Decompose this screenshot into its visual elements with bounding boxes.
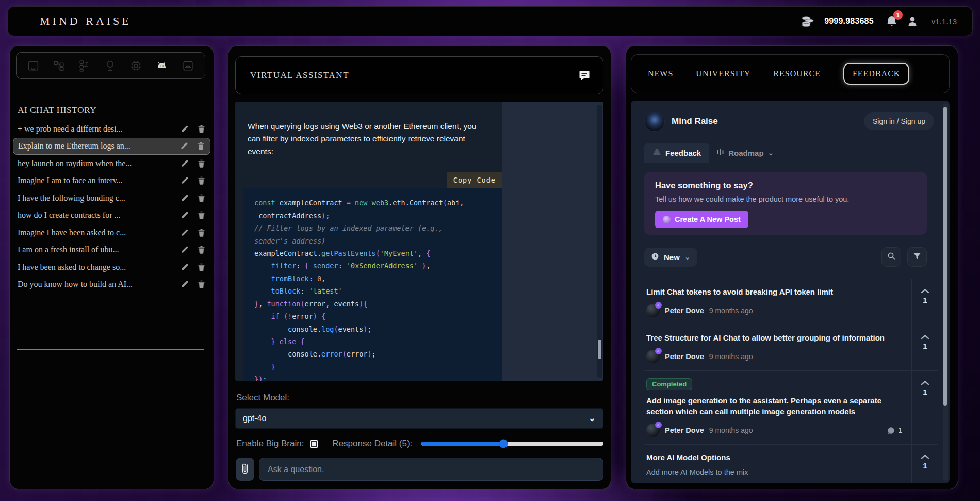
tab-resource[interactable]: RESOURCE	[773, 67, 821, 80]
section-tabs: NEWS UNIVERSITY RESOURCE FEEDBACK	[631, 54, 950, 93]
chat-history-label: Imagine I have been asked to c...	[18, 228, 172, 237]
chat-history-item[interactable]: Do you know how to build an AI...	[13, 276, 210, 294]
big-brain-checkbox[interactable]	[310, 440, 318, 448]
chat-history-item[interactable]: Explain to me Ethereum logs an...	[13, 138, 210, 155]
delete-chat-icon[interactable]	[198, 194, 205, 202]
edit-chat-icon[interactable]	[181, 229, 189, 237]
sort-new-dropdown[interactable]: New ⌄	[644, 248, 697, 267]
feedback-scrollbar-thumb[interactable]	[943, 107, 947, 405]
tab-roadmap[interactable]: Roadmap ⌄	[709, 143, 781, 163]
post-title: Add image generation to the assistant. P…	[646, 395, 902, 418]
code-line: const exampleContract = new web3.eth.Con…	[254, 197, 495, 209]
chat-history-label: I have the following bonding c...	[18, 193, 172, 203]
flowchart-icon[interactable]	[77, 58, 92, 73]
upvote-button[interactable]: 1	[911, 279, 938, 325]
upvote-button[interactable]: 1	[911, 371, 938, 445]
delete-chat-icon[interactable]	[198, 280, 205, 288]
code-line: filter: { sender: '0xSenderAddress' },	[254, 260, 495, 272]
delete-chat-icon[interactable]	[198, 229, 205, 237]
code-line: }	[254, 361, 495, 373]
chat-history-item[interactable]: Imagine I have been asked to c...	[13, 224, 210, 241]
search-button[interactable]	[881, 247, 901, 267]
sort-label: New	[664, 253, 680, 262]
android-icon[interactable]	[154, 58, 170, 73]
edit-chat-icon[interactable]	[181, 176, 189, 185]
post-subtitle: Add more AI Models to the mix	[646, 468, 902, 476]
delete-chat-icon[interactable]	[198, 176, 205, 185]
delete-chat-icon[interactable]	[198, 211, 205, 219]
ask-question-input[interactable]	[259, 458, 603, 481]
chat-scrollbar[interactable]	[597, 105, 602, 378]
chat-history-item[interactable]: I have been asked to change so...	[13, 258, 210, 276]
response-detail-thumb[interactable]	[499, 440, 508, 448]
code-line: contractAddress);	[254, 209, 495, 222]
delete-chat-icon[interactable]	[198, 159, 205, 168]
chat-history-label: how do I create contracts for ...	[18, 211, 172, 220]
ask-row	[236, 458, 603, 481]
create-post-label: Create A New Post	[675, 215, 741, 223]
tab-feedback[interactable]: Feedback	[644, 143, 709, 163]
upvote-button[interactable]: 1	[911, 445, 938, 483]
tree-view-icon[interactable]	[52, 58, 67, 73]
chat-scrollbar-thumb[interactable]	[598, 340, 601, 359]
feedback-controls: New ⌄	[644, 247, 927, 267]
post-comments: 1	[887, 426, 902, 434]
persona-icon[interactable]	[103, 58, 118, 73]
model-select[interactable]: gpt-4o ⌄	[235, 408, 603, 429]
assistant-message: When querying logs using Web3 or another…	[235, 102, 502, 381]
profile-button[interactable]	[907, 15, 918, 27]
post-timestamp: 9 months ago	[709, 426, 753, 434]
edit-chat-icon[interactable]	[181, 159, 189, 168]
tab-feedback[interactable]: FEEDBACK	[843, 63, 909, 85]
chevron-down-icon: ⌄	[589, 416, 596, 421]
upvote-button[interactable]: 1	[911, 325, 938, 370]
delete-chat-icon[interactable]	[198, 246, 205, 254]
tab-news[interactable]: NEWS	[648, 67, 673, 80]
notifications-button[interactable]: 1	[886, 15, 897, 27]
edit-chat-icon[interactable]	[181, 194, 189, 202]
sign-in-button[interactable]: Sign in / Sign up	[864, 112, 934, 130]
chat-history-item[interactable]: hey launch on raydium when the...	[13, 155, 210, 172]
image-icon[interactable]	[181, 58, 195, 73]
feedback-post[interactable]: More AI Model Options Add more AI Models…	[644, 444, 938, 483]
chat-history-label: I have been asked to change so...	[18, 263, 172, 272]
attach-file-button[interactable]	[236, 458, 254, 481]
delete-chat-icon[interactable]	[198, 125, 205, 133]
filter-button[interactable]	[907, 247, 927, 267]
edit-chat-icon[interactable]	[181, 280, 189, 288]
create-post-button[interactable]: Create A New Post	[655, 211, 748, 228]
chat-history-item[interactable]: I have the following bonding c...	[13, 189, 210, 207]
chat-panel-icon[interactable]	[26, 58, 41, 73]
tab-university[interactable]: UNIVERSITY	[696, 67, 750, 80]
edit-chat-icon[interactable]	[181, 263, 189, 271]
copy-code-button[interactable]: Copy Code	[447, 172, 502, 188]
header-actions: 9999.983685 1 v1.1.13	[801, 15, 957, 27]
feedback-scrollbar[interactable]	[943, 103, 948, 481]
post-author: Peter Dove	[665, 306, 704, 315]
edit-chat-icon[interactable]	[181, 211, 189, 219]
code-line: if (!error) {	[254, 310, 495, 322]
chat-history-item[interactable]: Imagine I am to face an interv...	[13, 172, 210, 190]
search-icon	[887, 252, 896, 262]
chat-history-item[interactable]: + we prob need a differnt desi...	[13, 120, 210, 138]
delete-chat-icon[interactable]	[198, 263, 205, 271]
chat-history-label: Imagine I am to face an interv...	[18, 176, 172, 185]
feedback-post[interactable]: Completed Add image generation to the as…	[644, 370, 938, 445]
status-badge: Completed	[646, 378, 692, 390]
feedback-post[interactable]: Tree Structure for AI Chat to allow bett…	[644, 325, 938, 370]
edit-chat-icon[interactable]	[181, 246, 189, 254]
chip-icon[interactable]	[128, 58, 143, 73]
edit-chat-icon[interactable]	[180, 142, 188, 150]
response-detail-slider[interactable]	[421, 442, 603, 446]
feedback-post[interactable]: Limit Chat tokens to avoid breaking API …	[644, 279, 938, 325]
post-content: Tree Structure for AI Chat to allow bett…	[644, 325, 911, 370]
delete-chat-icon[interactable]	[197, 142, 205, 150]
chat-history-item[interactable]: how do I create contracts for ...	[13, 207, 210, 224]
chat-viewport[interactable]: When querying logs using Web3 or another…	[235, 102, 603, 381]
chat-bubble-icon[interactable]	[578, 69, 591, 82]
chat-history-item[interactable]: I am on a fresh install of ubu...	[13, 241, 210, 259]
post-meta: Peter Dove 9 months ago 1	[646, 424, 902, 437]
vote-count: 1	[923, 296, 927, 304]
edit-chat-icon[interactable]	[181, 125, 189, 133]
chevron-up-icon	[921, 288, 929, 294]
